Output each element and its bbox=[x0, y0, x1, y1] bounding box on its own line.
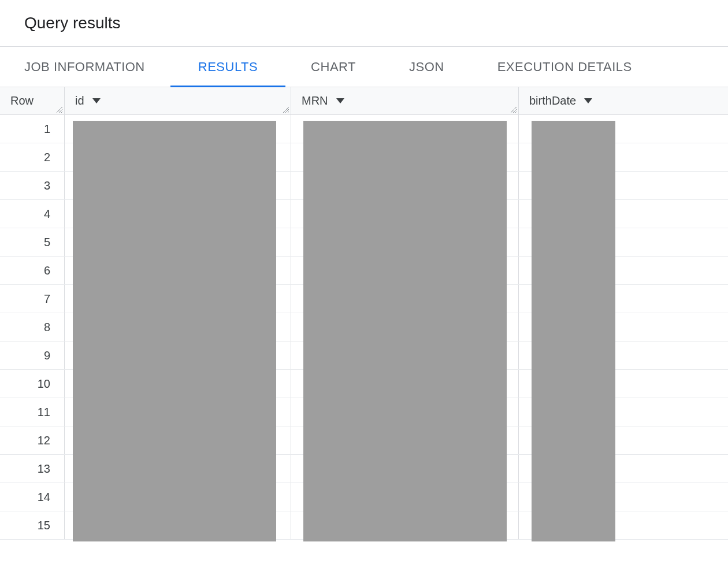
results-header: Query results bbox=[0, 0, 728, 46]
column-header-label: birthDate bbox=[529, 94, 576, 107]
row-number-cell: 10 bbox=[0, 370, 65, 398]
resize-handle-icon[interactable] bbox=[281, 105, 289, 113]
table-body: 1 2 3 4 5 6 bbox=[0, 115, 728, 540]
row-number-cell: 14 bbox=[0, 483, 65, 511]
row-number-cell: 4 bbox=[0, 200, 65, 228]
row-number-cell: 2 bbox=[0, 143, 65, 171]
resize-handle-icon[interactable] bbox=[55, 105, 63, 113]
row-number-cell: 1 bbox=[0, 115, 65, 143]
row-number-cell: 8 bbox=[0, 313, 65, 341]
row-number-cell: 9 bbox=[0, 342, 65, 369]
tab-results[interactable]: RESULTS bbox=[198, 47, 258, 87]
row-number-cell: 11 bbox=[0, 398, 65, 426]
page-title: Query results bbox=[24, 14, 728, 32]
row-number-cell: 3 bbox=[0, 172, 65, 199]
redacted-content bbox=[73, 121, 276, 541]
tab-job-information[interactable]: JOB INFORMATION bbox=[24, 47, 145, 87]
resize-handle-icon[interactable] bbox=[509, 105, 517, 113]
column-header-id[interactable]: id bbox=[65, 87, 291, 114]
column-header-mrn[interactable]: MRN bbox=[291, 87, 519, 114]
row-number-cell: 7 bbox=[0, 285, 65, 313]
tab-execution-details[interactable]: EXECUTION DETAILS bbox=[497, 47, 632, 87]
row-number-cell: 12 bbox=[0, 426, 65, 454]
column-header-row[interactable]: Row bbox=[0, 87, 65, 114]
table-header-row: Row id MRN birthDate bbox=[0, 87, 728, 115]
chevron-down-icon[interactable] bbox=[336, 98, 344, 104]
tab-json[interactable]: JSON bbox=[409, 47, 444, 87]
redacted-content bbox=[303, 121, 507, 541]
row-number-cell: 5 bbox=[0, 228, 65, 256]
row-number-cell: 6 bbox=[0, 257, 65, 284]
column-header-label: id bbox=[75, 94, 84, 107]
column-header-label: MRN bbox=[302, 94, 328, 107]
column-header-birthdate[interactable]: birthDate bbox=[519, 87, 728, 114]
row-number-cell: 15 bbox=[0, 511, 65, 539]
column-header-label: Row bbox=[10, 94, 34, 107]
chevron-down-icon[interactable] bbox=[584, 98, 592, 104]
tab-bar: JOB INFORMATION RESULTS CHART JSON EXECU… bbox=[0, 47, 728, 87]
results-table: Row id MRN birthDate bbox=[0, 87, 728, 540]
redacted-content bbox=[532, 121, 615, 541]
row-number-cell: 13 bbox=[0, 455, 65, 483]
tab-chart[interactable]: CHART bbox=[311, 47, 356, 87]
chevron-down-icon[interactable] bbox=[92, 98, 101, 104]
